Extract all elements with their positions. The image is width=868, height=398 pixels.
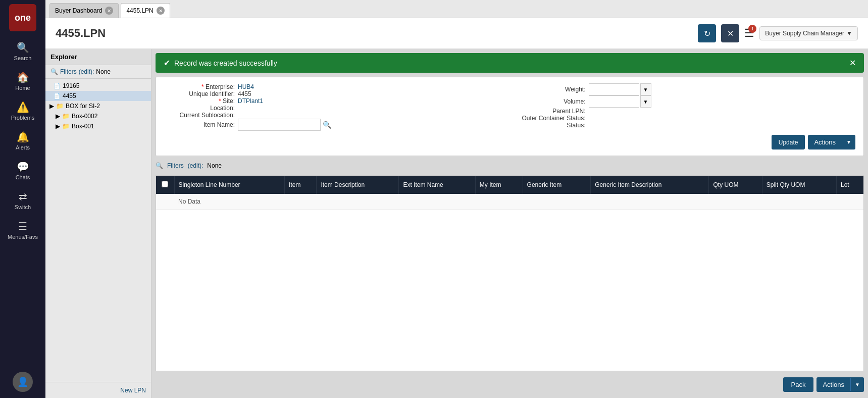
pack-button[interactable]: Pack [783, 377, 814, 392]
tab-bar: Buyer Dashboard ✕ 4455.LPN ✕ [45, 0, 868, 18]
tree-group-box-for-si-2[interactable]: ▶ 📁 BOX for SI-2 [45, 101, 151, 111]
sidebar-item-home[interactable]: 🏠 Home [0, 67, 45, 95]
problems-icon: ⚠️ [17, 101, 29, 113]
table-container: Singleton Line Number Item Item Descript… [156, 175, 864, 371]
main-content: ✔ Record was created successfully ✕ Ente… [151, 49, 868, 398]
expand-icon-3: ▶ [56, 123, 60, 130]
folder-icon: 📁 [56, 103, 64, 110]
banner-close-button[interactable]: ✕ [849, 58, 856, 68]
success-banner-message: Record was created successfully [174, 59, 277, 67]
volume-dropdown-btn[interactable]: ▼ [640, 95, 651, 108]
form-left-col: Enterprise: HUB4 Unique Identifier: 4455… [164, 83, 505, 131]
form-row-location: Location: [164, 105, 505, 112]
table-filters-value: None [207, 162, 222, 169]
sidebar-item-switch[interactable]: ⇄ Switch [0, 186, 45, 214]
form-panel: Enterprise: HUB4 Unique Identifier: 4455… [156, 77, 864, 156]
parent-lpn-label: Parent LPN: [515, 108, 586, 115]
content-area: Explorer 🔍 Filters (edit): None 📄 19165 … [45, 49, 868, 398]
select-all-checkbox[interactable] [162, 181, 168, 187]
success-check-icon: ✔ [164, 58, 170, 68]
form-actions-label: Actions [808, 135, 842, 150]
sidebar-item-search[interactable]: 🔍 Search [0, 37, 45, 65]
table-header-lot: Lot [836, 176, 863, 194]
refresh-button[interactable]: ↻ [698, 24, 716, 42]
form-actions-caret-icon: ▼ [842, 136, 855, 148]
close-page-button[interactable]: ✕ [721, 24, 739, 42]
success-banner-content: ✔ Record was created successfully [164, 58, 277, 68]
sublocation-label: Current Sublocation: [164, 112, 235, 119]
user-avatar[interactable]: 👤 [13, 372, 33, 392]
sidebar-item-chats[interactable]: 💬 Chats [0, 157, 45, 184]
tree-group-box-001[interactable]: ▶ 📁 Box-001 [45, 121, 151, 131]
item-name-input[interactable] [238, 119, 321, 131]
new-lpn-link[interactable]: New LPN [120, 387, 146, 394]
tree-item-4455[interactable]: 📄 4455 [45, 91, 151, 101]
explorer-header: Explorer [45, 49, 151, 65]
table-no-data-checkbox-cell [156, 194, 174, 210]
table-no-data-row: No Data [156, 194, 863, 210]
volume-input[interactable] [589, 95, 639, 108]
main-area: Buyer Dashboard ✕ 4455.LPN ✕ 4455.LPN ↻ … [45, 0, 868, 398]
sidebar-bottom: 👤 [13, 372, 33, 398]
update-button[interactable]: Update [772, 135, 805, 150]
table-body: No Data [156, 194, 863, 210]
table-header-ext-item-name: Ext Item Name [399, 176, 475, 194]
sidebar-item-alerts[interactable]: 🔔 Alerts [0, 127, 45, 155]
bottom-actions-button[interactable]: Actions ▼ [816, 377, 864, 392]
unique-id-value: 4455 [238, 90, 251, 97]
form-row-enterprise: Enterprise: HUB4 [164, 83, 505, 90]
form-actions-button[interactable]: Actions ▼ [808, 135, 855, 150]
app-logo: one [9, 4, 36, 31]
tab-buyer-dashboard[interactable]: Buyer Dashboard ✕ [49, 3, 119, 18]
bottom-actions-label: Actions [816, 377, 850, 392]
role-dropdown[interactable]: Buyer Supply Chain Manager ▼ [759, 26, 858, 40]
sidebar-item-problems[interactable]: ⚠️ Problems [0, 97, 45, 125]
explorer-tree: 📄 19165 📄 4455 ▶ 📁 BOX for SI-2 ▶ 📁 Box-… [45, 79, 151, 382]
sidebar: one 🔍 Search 🏠 Home ⚠️ Problems 🔔 Alerts… [0, 0, 45, 398]
table-header-singleton-line-number: Singleton Line Number [174, 176, 285, 194]
folder-icon-3: 📁 [62, 123, 70, 130]
explorer-edit-label[interactable]: (edit): [79, 68, 94, 75]
enterprise-label: Enterprise: [164, 83, 235, 90]
weight-dropdown-btn[interactable]: ▼ [640, 83, 651, 95]
enterprise-value[interactable]: HUB4 [238, 83, 254, 90]
tab-close-4455-lpn[interactable]: ✕ [157, 7, 165, 15]
status-label: Status: [515, 122, 586, 129]
explorer-filters-label[interactable]: Filters [60, 68, 77, 75]
table-edit-label[interactable]: (edit): [188, 162, 203, 169]
form-row-unique-id: Unique Identifier: 4455 [164, 90, 505, 97]
explorer-search-icon: 🔍 [50, 68, 58, 75]
table-header-item: Item [285, 176, 317, 194]
unique-id-label: Unique Identifier: [164, 90, 235, 97]
form-row-item-name: Item Name: 🔍 [164, 119, 505, 131]
success-banner: ✔ Record was created successfully ✕ [156, 53, 864, 73]
folder-icon-2: 📁 [62, 113, 70, 120]
site-value[interactable]: DTPlant1 [238, 97, 263, 105]
notification-badge: 1 [748, 25, 756, 33]
expand-icon: ▶ [49, 103, 54, 110]
tree-group-box-0002[interactable]: ▶ 📁 Box-0002 [45, 111, 151, 121]
sidebar-item-menus[interactable]: ☰ Menus/Favs [0, 216, 45, 244]
item-name-input-group: 🔍 [238, 119, 331, 131]
tree-item-19165[interactable]: 📄 19165 [45, 81, 151, 91]
table-filters-label[interactable]: Filters [167, 162, 184, 169]
tab-4455-lpn[interactable]: 4455.LPN ✕ [121, 3, 170, 18]
item-name-search-icon[interactable]: 🔍 [323, 121, 331, 129]
expand-icon-2: ▶ [56, 113, 60, 120]
header-actions: ↻ ✕ ☰ 1 Buyer Supply Chain Manager ▼ [698, 24, 858, 42]
weight-input[interactable] [589, 83, 639, 95]
item-name-label: Item Name: [164, 121, 235, 128]
page-title: 4455.LPN [56, 27, 106, 40]
notifications-icon[interactable]: ☰ 1 [744, 27, 754, 40]
table-header-checkbox [156, 176, 174, 194]
form-row-parent-lpn: Parent LPN: [515, 108, 856, 115]
form-row-volume: Volume: ▼ [515, 95, 856, 108]
table-header-generic-item-description: Generic Item Description [591, 176, 709, 194]
tab-close-buyer-dashboard[interactable]: ✕ [105, 7, 113, 15]
explorer-footer: New LPN [45, 382, 151, 398]
form-row-sublocation: Current Sublocation: [164, 112, 505, 119]
chats-icon: 💬 [17, 161, 29, 173]
dropdown-caret-icon: ▼ [846, 30, 852, 37]
form-row-status: Status: [515, 122, 856, 129]
volume-label: Volume: [515, 98, 586, 105]
